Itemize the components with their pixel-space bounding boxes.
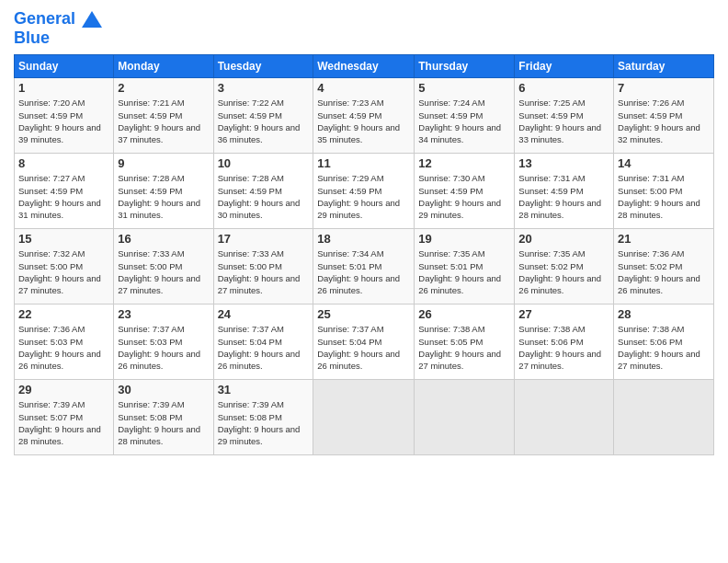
day-number: 1 (18, 81, 109, 95)
day-info: Sunrise: 7:39 AM Sunset: 5:08 PM Dayligh… (218, 398, 310, 447)
calendar-cell: 27 Sunrise: 7:38 AM Sunset: 5:06 PM Dayl… (515, 304, 614, 380)
day-info: Sunrise: 7:30 AM Sunset: 4:59 PM Dayligh… (418, 172, 510, 221)
calendar-cell: 24 Sunrise: 7:37 AM Sunset: 5:04 PM Dayl… (213, 304, 313, 380)
calendar-cell (614, 380, 714, 455)
day-number: 24 (218, 307, 310, 321)
calendar-cell: 16 Sunrise: 7:33 AM Sunset: 5:00 PM Dayl… (114, 229, 213, 304)
calendar-cell (415, 380, 515, 455)
logo-text: General (14, 9, 102, 29)
day-info: Sunrise: 7:28 AM Sunset: 4:59 PM Dayligh… (118, 172, 209, 221)
day-number: 18 (317, 232, 410, 246)
day-info: Sunrise: 7:35 AM Sunset: 5:02 PM Dayligh… (518, 247, 609, 296)
day-number: 13 (518, 156, 609, 170)
day-number: 14 (618, 156, 710, 170)
day-info: Sunrise: 7:24 AM Sunset: 4:59 PM Dayligh… (418, 97, 510, 145)
day-info: Sunrise: 7:22 AM Sunset: 4:59 PM Dayligh… (218, 97, 310, 145)
calendar-week-5: 29 Sunrise: 7:39 AM Sunset: 5:07 PM Dayl… (15, 380, 714, 455)
logo-blue: Blue (14, 29, 102, 48)
day-number: 30 (118, 383, 209, 396)
day-info: Sunrise: 7:27 AM Sunset: 4:59 PM Dayligh… (18, 172, 109, 221)
calendar-week-2: 8 Sunrise: 7:27 AM Sunset: 4:59 PM Dayli… (15, 154, 714, 229)
calendar-cell (515, 380, 614, 455)
calendar-cell: 17 Sunrise: 7:33 AM Sunset: 5:00 PM Dayl… (213, 229, 313, 304)
day-info: Sunrise: 7:37 AM Sunset: 5:03 PM Dayligh… (118, 323, 209, 372)
day-info: Sunrise: 7:37 AM Sunset: 5:04 PM Dayligh… (218, 323, 310, 372)
logo-icon (82, 11, 102, 28)
calendar-week-1: 1 Sunrise: 7:20 AM Sunset: 4:59 PM Dayli… (15, 78, 714, 154)
calendar-cell: 22 Sunrise: 7:36 AM Sunset: 5:03 PM Dayl… (15, 304, 114, 380)
logo-general: General (14, 9, 75, 28)
day-number: 19 (418, 232, 510, 246)
calendar-cell: 31 Sunrise: 7:39 AM Sunset: 5:08 PM Dayl… (213, 380, 313, 455)
calendar-cell: 6 Sunrise: 7:25 AM Sunset: 4:59 PM Dayli… (515, 78, 614, 154)
day-info: Sunrise: 7:36 AM Sunset: 5:02 PM Dayligh… (618, 247, 710, 296)
day-info: Sunrise: 7:25 AM Sunset: 4:59 PM Dayligh… (518, 97, 609, 145)
weekday-header-wednesday: Wednesday (313, 55, 415, 78)
day-number: 7 (618, 81, 710, 95)
day-info: Sunrise: 7:38 AM Sunset: 5:05 PM Dayligh… (418, 323, 510, 372)
svg-marker-0 (82, 11, 102, 28)
calendar-cell: 20 Sunrise: 7:35 AM Sunset: 5:02 PM Dayl… (515, 229, 614, 304)
calendar-cell: 8 Sunrise: 7:27 AM Sunset: 4:59 PM Dayli… (15, 154, 114, 229)
day-info: Sunrise: 7:32 AM Sunset: 5:00 PM Dayligh… (18, 247, 109, 296)
day-number: 3 (218, 81, 310, 95)
day-info: Sunrise: 7:28 AM Sunset: 4:59 PM Dayligh… (218, 172, 310, 221)
day-info: Sunrise: 7:39 AM Sunset: 5:07 PM Dayligh… (18, 398, 109, 447)
calendar-cell: 18 Sunrise: 7:34 AM Sunset: 5:01 PM Dayl… (313, 229, 415, 304)
calendar-cell: 9 Sunrise: 7:28 AM Sunset: 4:59 PM Dayli… (114, 154, 213, 229)
day-info: Sunrise: 7:38 AM Sunset: 5:06 PM Dayligh… (518, 323, 609, 372)
calendar-week-4: 22 Sunrise: 7:36 AM Sunset: 5:03 PM Dayl… (15, 304, 714, 380)
day-number: 4 (317, 81, 410, 95)
weekday-header-monday: Monday (114, 55, 213, 78)
calendar-cell: 19 Sunrise: 7:35 AM Sunset: 5:01 PM Dayl… (415, 229, 515, 304)
calendar-cell: 1 Sunrise: 7:20 AM Sunset: 4:59 PM Dayli… (15, 78, 114, 154)
day-number: 20 (518, 232, 609, 246)
calendar-cell: 25 Sunrise: 7:37 AM Sunset: 5:04 PM Dayl… (313, 304, 415, 380)
calendar-header: SundayMondayTuesdayWednesdayThursdayFrid… (15, 55, 714, 78)
day-info: Sunrise: 7:20 AM Sunset: 4:59 PM Dayligh… (18, 97, 109, 145)
calendar-cell: 4 Sunrise: 7:23 AM Sunset: 4:59 PM Dayli… (313, 78, 415, 154)
day-number: 26 (418, 307, 510, 321)
calendar-cell: 28 Sunrise: 7:38 AM Sunset: 5:06 PM Dayl… (614, 304, 714, 380)
day-info: Sunrise: 7:31 AM Sunset: 4:59 PM Dayligh… (518, 172, 609, 221)
calendar-cell: 7 Sunrise: 7:26 AM Sunset: 4:59 PM Dayli… (614, 78, 714, 154)
day-number: 25 (317, 307, 410, 321)
day-number: 9 (118, 156, 209, 170)
day-number: 5 (418, 81, 510, 95)
day-number: 22 (18, 307, 109, 321)
calendar-cell (313, 380, 415, 455)
calendar-cell: 13 Sunrise: 7:31 AM Sunset: 4:59 PM Dayl… (515, 154, 614, 229)
weekday-header-sunday: Sunday (15, 55, 114, 78)
day-number: 2 (118, 81, 209, 95)
day-info: Sunrise: 7:34 AM Sunset: 5:01 PM Dayligh… (317, 247, 410, 296)
day-info: Sunrise: 7:33 AM Sunset: 5:00 PM Dayligh… (118, 247, 209, 296)
day-info: Sunrise: 7:31 AM Sunset: 5:00 PM Dayligh… (618, 172, 710, 221)
calendar-cell: 3 Sunrise: 7:22 AM Sunset: 4:59 PM Dayli… (213, 78, 313, 154)
day-info: Sunrise: 7:23 AM Sunset: 4:59 PM Dayligh… (317, 97, 410, 145)
day-info: Sunrise: 7:36 AM Sunset: 5:03 PM Dayligh… (18, 323, 109, 372)
calendar-cell: 23 Sunrise: 7:37 AM Sunset: 5:03 PM Dayl… (114, 304, 213, 380)
calendar-cell: 21 Sunrise: 7:36 AM Sunset: 5:02 PM Dayl… (614, 229, 714, 304)
day-info: Sunrise: 7:26 AM Sunset: 4:59 PM Dayligh… (618, 97, 710, 145)
day-number: 28 (618, 307, 710, 321)
day-info: Sunrise: 7:33 AM Sunset: 5:00 PM Dayligh… (218, 247, 310, 296)
day-number: 8 (18, 156, 109, 170)
day-info: Sunrise: 7:38 AM Sunset: 5:06 PM Dayligh… (618, 323, 710, 372)
day-number: 29 (18, 383, 109, 396)
calendar-cell: 14 Sunrise: 7:31 AM Sunset: 5:00 PM Dayl… (614, 154, 714, 229)
day-info: Sunrise: 7:39 AM Sunset: 5:08 PM Dayligh… (118, 398, 209, 447)
day-info: Sunrise: 7:29 AM Sunset: 4:59 PM Dayligh… (317, 172, 410, 221)
calendar-cell: 5 Sunrise: 7:24 AM Sunset: 4:59 PM Dayli… (415, 78, 515, 154)
calendar-cell: 10 Sunrise: 7:28 AM Sunset: 4:59 PM Dayl… (213, 154, 313, 229)
day-number: 11 (317, 156, 410, 170)
day-info: Sunrise: 7:21 AM Sunset: 4:59 PM Dayligh… (118, 97, 209, 145)
day-number: 17 (218, 232, 310, 246)
day-number: 6 (518, 81, 609, 95)
day-number: 10 (218, 156, 310, 170)
calendar-table: SundayMondayTuesdayWednesdayThursdayFrid… (14, 54, 714, 455)
calendar-cell: 11 Sunrise: 7:29 AM Sunset: 4:59 PM Dayl… (313, 154, 415, 229)
calendar-cell: 26 Sunrise: 7:38 AM Sunset: 5:05 PM Dayl… (415, 304, 515, 380)
day-number: 23 (118, 307, 209, 321)
weekday-header-friday: Friday (515, 55, 614, 78)
logo: General Blue (14, 9, 102, 47)
